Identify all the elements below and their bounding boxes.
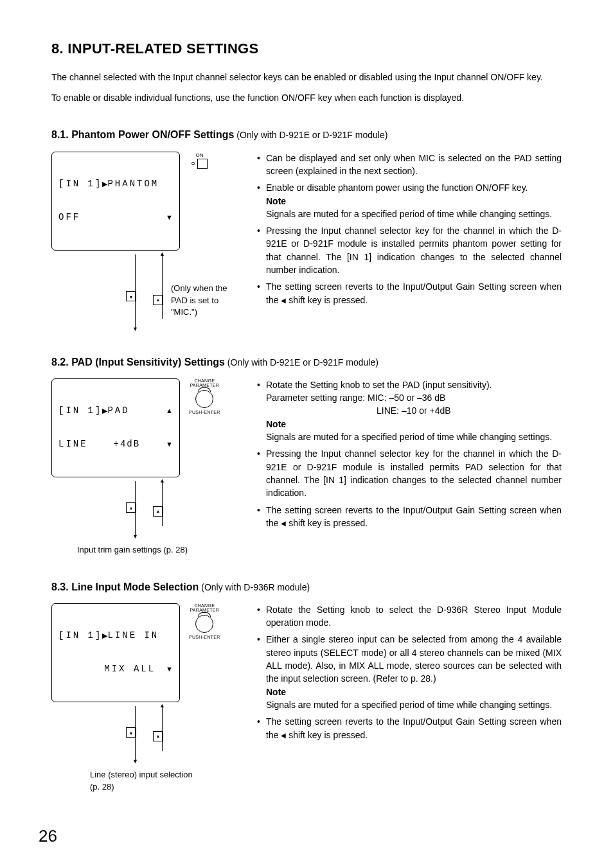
bullet: Pressing the Input channel selector key … [257,224,562,276]
bullet: The setting screen reverts to the Input/… [257,280,562,306]
change-parameter-knob: CHANGE PARAMETER PUSH-ENTER [189,378,220,416]
lcd-screen-line-in: [IN 1]▶LINE IN MIX ALL▼ [51,603,180,702]
bullet: Either a single stereo input can be sele… [257,633,562,711]
bullet: Can be displayed and set only when MIC i… [257,152,562,178]
section-8-1-heading: 8.1. Phantom Power ON/OFF Settings [51,129,234,140]
shift-down-icon [126,727,136,738]
page-number: 26 [39,824,57,831]
shift-up-icon [153,295,163,305]
shift-down-icon [126,291,136,301]
bullet: Rotate the Setting knob to select the D-… [257,603,562,630]
section-8-2-heading: 8.2. PAD (Input Sensitivity) Settings [51,357,225,368]
shift-up-icon [153,731,163,741]
bullet: Rotate the Setting knob to set the PAD (… [257,378,562,443]
caption-trim-gain: Input trim gain settings (p. 28) [77,544,206,556]
intro-paragraph-1: The channel selected with the Input chan… [51,71,562,84]
lcd-screen-phantom: [IN 1]▶PHANTOM OFF▼ [51,152,180,251]
bullet: The setting screen reverts to the Input/… [257,715,562,741]
change-parameter-knob: CHANGE PARAMETER PUSH-ENTER [189,603,220,641]
only-mic-note: (Only when the PAD is set to "MIC.") [171,283,242,319]
shift-up-icon [153,506,163,517]
section-8-3-module: (Only with D-936R module) [199,582,310,592]
intro-paragraph-2: To enable or disable individual function… [51,91,562,104]
section-8-2-module: (Only with D-921E or D-921F module) [225,357,378,368]
on-indicator: ON [191,152,208,170]
bullet: The setting screen reverts to the Input/… [257,504,562,530]
page-title: 8. INPUT-RELATED SETTINGS [51,39,562,59]
section-8-1-module: (Only with D-921E or D-921F module) [234,130,387,140]
section-8-3-heading: 8.3. Line Input Mode Selection [51,581,199,592]
lcd-screen-pad: [IN 1]▶PAD▲ LINE+4dB▼ [51,378,180,477]
caption-line-select: Line (stereo) input selection (p. 28) [90,769,199,793]
shift-down-icon [126,502,136,513]
bullet: Enable or disable phantom power using th… [257,181,562,220]
bullet: Pressing the Input channel selector key … [257,447,562,499]
